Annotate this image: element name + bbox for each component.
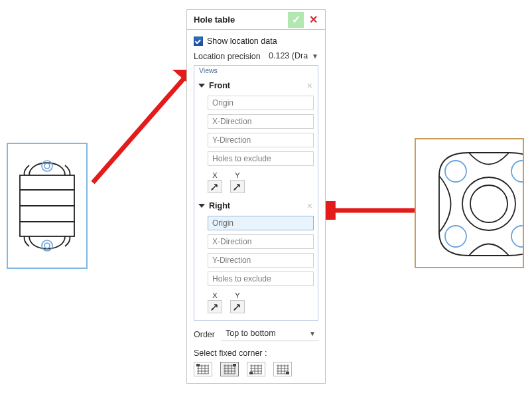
view-name: Front (209, 81, 306, 90)
show-location-data-checkbox[interactable]: Show location data (194, 37, 318, 46)
y-direction-field[interactable]: Y-Direction (208, 133, 314, 147)
svg-point-13 (511, 161, 524, 182)
annotation-arrow-right (325, 201, 418, 220)
location-precision-value: 0.123 (Dra (269, 51, 308, 60)
x-axis-label: X (208, 291, 222, 299)
fixed-corner-bottom-left-button[interactable] (247, 362, 265, 376)
svg-point-15 (511, 226, 524, 247)
svg-rect-33 (233, 364, 236, 366)
chevron-down-icon: ▼ (309, 330, 316, 337)
check-icon: ✓ (292, 13, 300, 26)
corner-icon (276, 364, 289, 374)
checkbox-checked-icon (194, 37, 203, 46)
view-name: Right (209, 201, 306, 210)
svg-rect-51 (286, 372, 289, 374)
flip-x-button[interactable] (208, 300, 222, 313)
chevron-down-icon: ▼ (312, 52, 318, 60)
chevron-down-icon (198, 84, 205, 88)
origin-field[interactable]: Origin (208, 216, 314, 230)
front-view-drawing (8, 144, 86, 268)
svg-point-14 (445, 226, 466, 247)
y-direction-field[interactable]: Y-Direction (208, 253, 314, 268)
chevron-down-icon (198, 204, 205, 208)
flip-y-button[interactable] (230, 180, 245, 193)
order-select[interactable]: Top to bottom ▼ (222, 327, 318, 341)
flip-y-button[interactable] (230, 300, 245, 313)
svg-point-7 (44, 243, 50, 248)
close-button[interactable]: ✕ (305, 12, 321, 28)
view-group-front: Front × Origin X-Direction Y-Direction H… (198, 80, 314, 193)
confirm-button[interactable]: ✓ (288, 12, 304, 28)
views-box: Views Front × Origin X-Direction Y-Direc… (194, 65, 318, 321)
view-group-header[interactable]: Front × (198, 80, 314, 92)
location-precision-label: Location precision (194, 52, 261, 61)
flip-arrow-icon (210, 302, 220, 311)
x-direction-field[interactable]: X-Direction (208, 234, 314, 249)
location-precision-select[interactable]: 0.123 (Dra ▼ (269, 51, 318, 61)
order-value: Top to bottom (226, 329, 276, 338)
flip-arrow-icon (233, 302, 242, 311)
select-fixed-corner-label: Select fixed corner : (194, 349, 318, 358)
fixed-corner-top-right-button[interactable] (220, 362, 239, 376)
holes-to-exclude-field[interactable]: Holes to exclude (208, 151, 314, 166)
flip-x-button[interactable] (208, 180, 222, 193)
holes-to-exclude-field[interactable]: Holes to exclude (208, 272, 314, 286)
drawing-view-front[interactable] (7, 143, 88, 269)
flip-arrow-icon (210, 182, 220, 191)
dialog-title: Hole table (194, 15, 287, 25)
svg-point-11 (470, 185, 507, 222)
fixed-corner-top-left-button[interactable] (194, 362, 212, 376)
annotation-arrow-left (90, 70, 196, 186)
svg-point-5 (44, 163, 50, 169)
view-group-right: Right × Origin X-Direction Y-Direction H… (198, 200, 314, 313)
svg-rect-42 (249, 372, 253, 374)
corner-icon (249, 364, 263, 374)
right-view-drawing (416, 139, 524, 267)
hole-table-dialog: Hole table ✓ ✕ Show location data Locati… (186, 9, 326, 384)
svg-line-8 (93, 76, 186, 183)
show-location-data-label: Show location data (207, 37, 277, 46)
dialog-header: Hole table ✓ ✕ (187, 10, 325, 30)
corner-icon (223, 364, 236, 374)
corner-icon (196, 364, 210, 374)
view-group-header[interactable]: Right × (198, 200, 314, 212)
remove-view-button[interactable]: × (306, 80, 314, 91)
views-box-label: Views (197, 66, 220, 74)
y-axis-label: Y (230, 171, 245, 179)
close-icon: ✕ (309, 13, 318, 26)
x-axis-label: X (208, 171, 222, 179)
x-direction-field[interactable]: X-Direction (208, 114, 314, 129)
y-axis-label: Y (230, 291, 245, 299)
origin-field[interactable]: Origin (208, 96, 314, 110)
flip-arrow-icon (233, 182, 242, 191)
remove-view-button[interactable]: × (306, 200, 314, 211)
fixed-corner-bottom-right-button[interactable] (273, 362, 292, 376)
drawing-view-right[interactable] (415, 138, 524, 268)
svg-rect-24 (196, 364, 200, 366)
svg-point-12 (445, 161, 466, 182)
order-label: Order (194, 330, 215, 339)
